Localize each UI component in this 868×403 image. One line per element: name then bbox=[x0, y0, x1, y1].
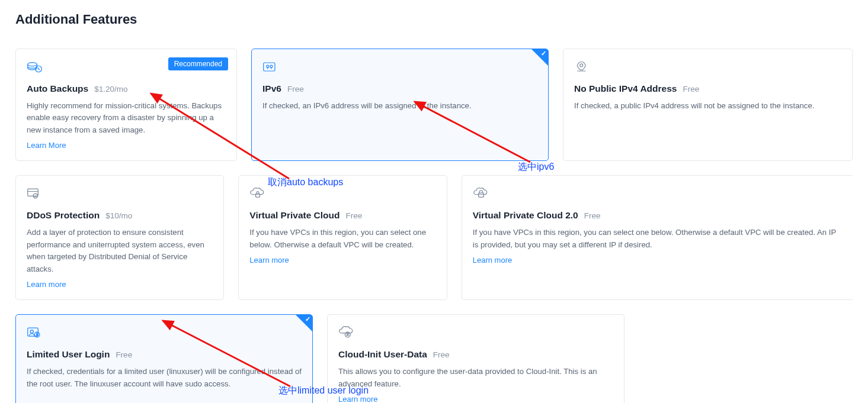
card-title: IPv6 bbox=[262, 83, 281, 94]
card-description: Highly recommend for mission-critical sy… bbox=[27, 100, 226, 136]
learn-more-link[interactable]: Learn More bbox=[27, 141, 226, 150]
card-title-row: Virtual Private Cloud 2.0 Free bbox=[473, 210, 842, 221]
card-ipv6[interactable]: IPv6 Free If checked, an IPv6 address wi… bbox=[251, 49, 549, 161]
svg-point-0 bbox=[28, 63, 37, 66]
no-ipv4-icon bbox=[574, 59, 841, 75]
card-price: $1.20/mo bbox=[94, 85, 127, 94]
card-vpc[interactable]: Virtual Private Cloud Free If you have V… bbox=[238, 175, 447, 300]
limited-user-icon bbox=[27, 324, 302, 341]
card-description: Add a layer of protection to ensure cons… bbox=[27, 227, 213, 275]
selected-check-icon bbox=[296, 315, 312, 331]
learn-more-link[interactable]: Learn more bbox=[249, 256, 435, 265]
card-ddos-protection[interactable]: DDoS Protection $10/mo Add a layer of pr… bbox=[15, 175, 224, 300]
card-description: This allows you to configure the user-da… bbox=[338, 366, 613, 390]
learn-more-link[interactable]: Learn more bbox=[27, 280, 213, 289]
cloud-init-icon bbox=[338, 324, 613, 341]
features-row-3: Limited User Login Free If checked, cred… bbox=[15, 314, 853, 403]
svg-rect-8 bbox=[478, 193, 483, 197]
features-row-2: DDoS Protection $10/mo Add a layer of pr… bbox=[15, 175, 853, 300]
card-price: Free bbox=[433, 350, 450, 359]
svg-point-5 bbox=[580, 64, 583, 67]
card-description: If checked, an IPv6 address will be assi… bbox=[262, 100, 537, 112]
learn-more-link[interactable]: Learn more bbox=[338, 395, 613, 403]
card-title-row: DDoS Protection $10/mo bbox=[27, 210, 213, 221]
page-root: Additional Features Recommended Auto Bac… bbox=[0, 0, 868, 403]
card-auto-backups[interactable]: Recommended Auto Backups $1.20/mo Highly… bbox=[15, 49, 237, 161]
card-title-row: No Public IPv4 Address Free bbox=[574, 83, 841, 94]
card-description: If you have VPCs in this region, you can… bbox=[473, 227, 842, 251]
selected-check-icon bbox=[531, 49, 548, 66]
card-title-row: Cloud-Init User-Data Free bbox=[338, 349, 613, 360]
card-title-row: IPv6 Free bbox=[262, 83, 537, 94]
card-title: Auto Backups bbox=[27, 83, 88, 94]
card-no-public-ipv4[interactable]: No Public IPv4 Address Free If checked, … bbox=[563, 49, 853, 161]
card-title: No Public IPv4 Address bbox=[574, 83, 677, 94]
card-price: $10/mo bbox=[105, 211, 132, 220]
svg-point-3 bbox=[267, 65, 269, 67]
card-price: Free bbox=[116, 350, 132, 359]
svg-point-12 bbox=[36, 333, 38, 335]
learn-more-link[interactable]: Learn more bbox=[473, 256, 842, 265]
ipv6-icon bbox=[262, 59, 537, 75]
card-limited-user-login[interactable]: Limited User Login Free If checked, cred… bbox=[15, 314, 313, 403]
section-title: Additional Features bbox=[15, 12, 853, 27]
card-title-row: Auto Backups $1.20/mo bbox=[27, 83, 226, 94]
card-description: If checked, credentials for a limited us… bbox=[27, 366, 302, 390]
card-price: Free bbox=[683, 85, 699, 94]
card-title: Virtual Private Cloud 2.0 bbox=[473, 210, 578, 221]
annotation-cancel-auto-backups: 取消auto backups bbox=[268, 176, 343, 189]
annotation-select-ipv6: 选中ipv6 bbox=[518, 161, 554, 173]
card-title-row: Virtual Private Cloud Free bbox=[249, 210, 435, 221]
annotation-select-limited-user: 选中limited user login bbox=[278, 385, 369, 397]
svg-point-4 bbox=[270, 65, 273, 67]
card-price: Free bbox=[346, 211, 363, 220]
vpc2-icon bbox=[473, 185, 842, 202]
card-vpc2[interactable]: Virtual Private Cloud 2.0 Free If you ha… bbox=[462, 175, 853, 300]
card-title: Limited User Login bbox=[27, 349, 110, 360]
features-row-1: Recommended Auto Backups $1.20/mo Highly… bbox=[15, 49, 853, 161]
card-price: Free bbox=[584, 211, 601, 220]
features-grid: Recommended Auto Backups $1.20/mo Highly… bbox=[15, 49, 853, 403]
card-cloud-init[interactable]: Cloud-Init User-Data Free This allows yo… bbox=[327, 314, 624, 403]
svg-point-10 bbox=[30, 330, 33, 333]
card-description: If checked, a public IPv4 address will n… bbox=[574, 100, 841, 112]
card-title: Cloud-Init User-Data bbox=[338, 349, 427, 360]
svg-point-14 bbox=[347, 333, 348, 335]
card-price: Free bbox=[287, 85, 304, 94]
svg-rect-2 bbox=[264, 63, 275, 71]
svg-rect-6 bbox=[28, 189, 39, 196]
card-title-row: Limited User Login Free bbox=[27, 349, 302, 360]
card-description: If you have VPCs in this region, you can… bbox=[249, 227, 435, 251]
card-title: Virtual Private Cloud bbox=[249, 210, 339, 221]
svg-rect-7 bbox=[256, 194, 260, 197]
ddos-icon bbox=[27, 185, 213, 202]
badge-recommended: Recommended bbox=[168, 57, 228, 70]
card-title: DDoS Protection bbox=[27, 210, 100, 221]
